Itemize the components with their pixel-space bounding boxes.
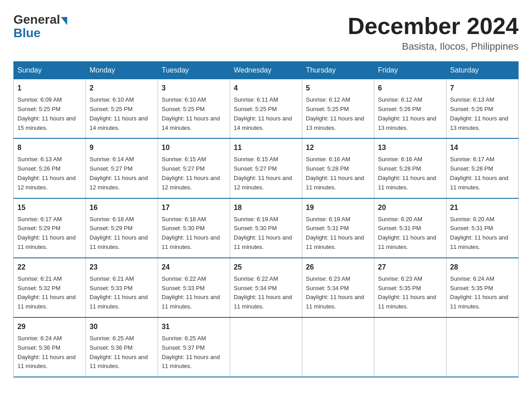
title-block: December 2024 Basista, Ilocos, Philippin…	[348, 13, 519, 52]
day-detail: Sunrise: 6:16 AMSunset: 5:28 PMDaylight:…	[378, 155, 442, 192]
day-number: 1	[17, 83, 82, 94]
day-number: 31	[162, 321, 226, 332]
day-number: 23	[90, 262, 154, 273]
calendar-cell: 11Sunrise: 6:15 AMSunset: 5:27 PMDayligh…	[230, 138, 302, 198]
calendar-cell: 16Sunrise: 6:18 AMSunset: 5:29 PMDayligh…	[86, 198, 158, 258]
day-number: 5	[306, 83, 370, 94]
day-detail: Sunrise: 6:21 AMSunset: 5:32 PMDaylight:…	[17, 274, 82, 312]
day-detail: Sunrise: 6:12 AMSunset: 5:26 PMDaylight:…	[378, 95, 442, 133]
day-number: 30	[90, 321, 154, 332]
day-detail: Sunrise: 6:23 AMSunset: 5:34 PMDaylight:…	[306, 274, 370, 312]
calendar-cell: 23Sunrise: 6:21 AMSunset: 5:33 PMDayligh…	[86, 258, 158, 317]
day-detail: Sunrise: 6:22 AMSunset: 5:33 PMDaylight:…	[162, 274, 226, 312]
calendar-cell: 15Sunrise: 6:17 AMSunset: 5:29 PMDayligh…	[14, 198, 86, 258]
day-number: 11	[234, 142, 298, 153]
day-number: 16	[90, 202, 154, 213]
calendar-cell: 10Sunrise: 6:15 AMSunset: 5:27 PMDayligh…	[158, 138, 230, 198]
logo: General Blue	[13, 13, 67, 40]
month-year-title: December 2024	[348, 13, 519, 39]
calendar-cell: 27Sunrise: 6:23 AMSunset: 5:35 PMDayligh…	[374, 258, 446, 317]
day-number: 24	[162, 262, 226, 273]
day-number: 6	[378, 83, 442, 94]
calendar-week-row: 22Sunrise: 6:21 AMSunset: 5:32 PMDayligh…	[14, 258, 519, 317]
calendar-cell: 22Sunrise: 6:21 AMSunset: 5:32 PMDayligh…	[14, 258, 86, 317]
calendar-week-row: 29Sunrise: 6:24 AMSunset: 5:36 PMDayligh…	[14, 317, 519, 377]
day-detail: Sunrise: 6:25 AMSunset: 5:37 PMDaylight:…	[162, 334, 226, 371]
day-number: 17	[162, 202, 226, 213]
day-number: 10	[162, 142, 226, 153]
day-number: 25	[234, 262, 298, 273]
calendar-cell: 5Sunrise: 6:12 AMSunset: 5:25 PMDaylight…	[302, 79, 374, 139]
day-detail: Sunrise: 6:15 AMSunset: 5:27 PMDaylight:…	[234, 155, 298, 192]
calendar-cell: 4Sunrise: 6:11 AMSunset: 5:25 PMDaylight…	[230, 79, 302, 139]
day-detail: Sunrise: 6:13 AMSunset: 5:26 PMDaylight:…	[450, 95, 515, 133]
day-detail: Sunrise: 6:19 AMSunset: 5:30 PMDaylight:…	[234, 215, 298, 252]
day-detail: Sunrise: 6:17 AMSunset: 5:28 PMDaylight:…	[450, 155, 515, 192]
column-header-tuesday: Tuesday	[158, 62, 230, 79]
day-detail: Sunrise: 6:17 AMSunset: 5:29 PMDaylight:…	[17, 215, 82, 252]
day-detail: Sunrise: 6:11 AMSunset: 5:25 PMDaylight:…	[234, 95, 298, 133]
calendar-cell: 3Sunrise: 6:10 AMSunset: 5:25 PMDaylight…	[158, 79, 230, 139]
day-detail: Sunrise: 6:23 AMSunset: 5:35 PMDaylight:…	[378, 274, 442, 312]
calendar-cell: 1Sunrise: 6:09 AMSunset: 5:25 PMDaylight…	[14, 79, 86, 139]
day-detail: Sunrise: 6:10 AMSunset: 5:25 PMDaylight:…	[90, 95, 154, 133]
day-detail: Sunrise: 6:10 AMSunset: 5:25 PMDaylight:…	[162, 95, 226, 133]
calendar-cell: 20Sunrise: 6:20 AMSunset: 5:31 PMDayligh…	[374, 198, 446, 258]
day-detail: Sunrise: 6:20 AMSunset: 5:31 PMDaylight:…	[378, 215, 442, 252]
calendar-cell: 13Sunrise: 6:16 AMSunset: 5:28 PMDayligh…	[374, 138, 446, 198]
calendar-week-row: 15Sunrise: 6:17 AMSunset: 5:29 PMDayligh…	[14, 198, 519, 258]
column-header-sunday: Sunday	[14, 62, 86, 79]
day-detail: Sunrise: 6:09 AMSunset: 5:25 PMDaylight:…	[17, 95, 82, 133]
day-detail: Sunrise: 6:24 AMSunset: 5:35 PMDaylight:…	[450, 274, 515, 312]
calendar-cell: 9Sunrise: 6:14 AMSunset: 5:27 PMDaylight…	[86, 138, 158, 198]
day-number: 9	[90, 142, 154, 153]
day-number: 12	[306, 142, 370, 153]
day-detail: Sunrise: 6:24 AMSunset: 5:36 PMDaylight:…	[17, 334, 82, 371]
calendar-body: 1Sunrise: 6:09 AMSunset: 5:25 PMDaylight…	[14, 79, 519, 377]
day-detail: Sunrise: 6:25 AMSunset: 5:36 PMDaylight:…	[90, 334, 154, 371]
column-header-thursday: Thursday	[302, 62, 374, 79]
logo-general-text: General	[13, 13, 60, 26]
day-number: 22	[17, 262, 82, 273]
day-number: 20	[378, 202, 442, 213]
calendar-cell	[230, 317, 302, 377]
day-detail: Sunrise: 6:19 AMSunset: 5:31 PMDaylight:…	[306, 215, 370, 252]
calendar-cell: 31Sunrise: 6:25 AMSunset: 5:37 PMDayligh…	[158, 317, 230, 377]
calendar-cell: 28Sunrise: 6:24 AMSunset: 5:35 PMDayligh…	[446, 258, 519, 317]
header-row: SundayMondayTuesdayWednesdayThursdayFrid…	[14, 62, 519, 79]
day-number: 8	[17, 142, 82, 153]
calendar-week-row: 1Sunrise: 6:09 AMSunset: 5:25 PMDaylight…	[14, 79, 519, 139]
calendar-cell: 25Sunrise: 6:22 AMSunset: 5:34 PMDayligh…	[230, 258, 302, 317]
day-number: 18	[234, 202, 298, 213]
calendar-cell: 17Sunrise: 6:18 AMSunset: 5:30 PMDayligh…	[158, 198, 230, 258]
calendar-cell	[302, 317, 374, 377]
day-detail: Sunrise: 6:20 AMSunset: 5:31 PMDaylight:…	[450, 215, 515, 252]
calendar-table: SundayMondayTuesdayWednesdayThursdayFrid…	[13, 61, 519, 377]
day-detail: Sunrise: 6:18 AMSunset: 5:29 PMDaylight:…	[90, 215, 154, 252]
logo-blue-text: Blue	[13, 26, 41, 40]
day-detail: Sunrise: 6:22 AMSunset: 5:34 PMDaylight:…	[234, 274, 298, 312]
day-number: 4	[234, 83, 298, 94]
calendar-week-row: 8Sunrise: 6:13 AMSunset: 5:26 PMDaylight…	[14, 138, 519, 198]
day-detail: Sunrise: 6:12 AMSunset: 5:25 PMDaylight:…	[306, 95, 370, 133]
calendar-cell: 18Sunrise: 6:19 AMSunset: 5:30 PMDayligh…	[230, 198, 302, 258]
calendar-cell: 29Sunrise: 6:24 AMSunset: 5:36 PMDayligh…	[14, 317, 86, 377]
day-number: 7	[450, 83, 515, 94]
calendar-cell: 6Sunrise: 6:12 AMSunset: 5:26 PMDaylight…	[374, 79, 446, 139]
day-detail: Sunrise: 6:13 AMSunset: 5:26 PMDaylight:…	[17, 155, 82, 192]
calendar-cell: 12Sunrise: 6:16 AMSunset: 5:28 PMDayligh…	[302, 138, 374, 198]
location-subtitle: Basista, Ilocos, Philippines	[348, 41, 519, 52]
day-number: 28	[450, 262, 515, 273]
day-number: 13	[378, 142, 442, 153]
calendar-cell: 8Sunrise: 6:13 AMSunset: 5:26 PMDaylight…	[14, 138, 86, 198]
calendar-cell: 14Sunrise: 6:17 AMSunset: 5:28 PMDayligh…	[446, 138, 519, 198]
day-number: 27	[378, 262, 442, 273]
calendar-cell: 24Sunrise: 6:22 AMSunset: 5:33 PMDayligh…	[158, 258, 230, 317]
day-number: 21	[450, 202, 515, 213]
calendar-cell: 30Sunrise: 6:25 AMSunset: 5:36 PMDayligh…	[86, 317, 158, 377]
column-header-monday: Monday	[86, 62, 158, 79]
column-header-wednesday: Wednesday	[230, 62, 302, 79]
calendar-cell	[374, 317, 446, 377]
day-number: 3	[162, 83, 226, 94]
calendar-cell: 26Sunrise: 6:23 AMSunset: 5:34 PMDayligh…	[302, 258, 374, 317]
